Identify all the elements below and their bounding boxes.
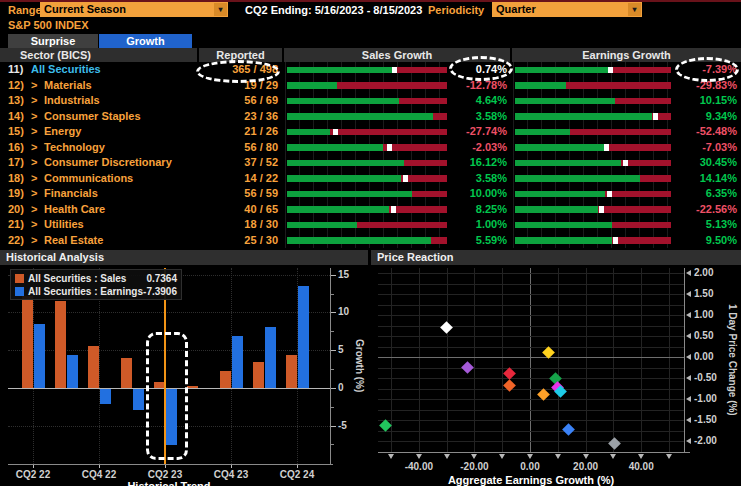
sector-row-real-estate[interactable]: 22)>Real Estate25 / 305.59%9.50%: [0, 233, 741, 249]
x-tick-icon: [499, 454, 505, 459]
expand-arrow-icon[interactable]: >: [31, 93, 43, 109]
gridline-horizontal: [378, 431, 684, 432]
sector-row-materials[interactable]: 12)>Materials19 / 29-12.78%-29.83%: [0, 78, 741, 94]
gridline-vertical: [586, 268, 587, 452]
column-header-earnings-growth[interactable]: Earnings Growth: [512, 48, 741, 62]
sales-bar-positive-segment: [287, 82, 337, 89]
sales-growth-bar: [285, 78, 449, 94]
chart-legend: All Securities : Sales0.7364All Securiti…: [10, 269, 182, 300]
gridline-vertical: [502, 268, 503, 452]
sector-row-all-securities[interactable]: 11)All Securities365 / 4980.74%-7.39%: [0, 62, 741, 78]
x-tick-icon: [638, 454, 644, 459]
bar-sales-cq1-23: [121, 358, 132, 388]
column-header-sales-growth[interactable]: Sales Growth: [284, 48, 510, 62]
y-tick-label: 1.00: [694, 310, 728, 320]
gridline-vertical: [391, 268, 392, 452]
y-tick-label: 0.00: [694, 352, 728, 362]
sales-growth-value: 8.25%: [450, 202, 507, 218]
x-tick-label: 40.00: [616, 462, 666, 472]
sector-row-energy[interactable]: 15)>Energy21 / 26-27.74%-52.48%: [0, 124, 741, 140]
sales-growth-value: 16.12%: [450, 155, 507, 171]
expand-arrow-icon[interactable]: >: [31, 171, 43, 187]
earnings-growth-value: -22.56%: [676, 202, 737, 218]
bar-earnings-cq3-22: [67, 355, 78, 387]
expand-arrow-icon[interactable]: >: [31, 140, 43, 156]
range-dropdown[interactable]: Current Season ▾: [40, 2, 228, 17]
tab-surprise[interactable]: Surprise: [8, 34, 98, 48]
periodicity-dropdown[interactable]: Quarter ▾: [492, 2, 642, 17]
sales-bar-negative-segment: [337, 82, 447, 89]
earnings-growth-value: 9.50%: [676, 233, 737, 249]
y-tick-label: 0.50: [694, 331, 728, 341]
sector-row-technology[interactable]: 16)>Technology56 / 80-2.03%-7.03%: [0, 140, 741, 156]
range-dropdown-arrow-icon[interactable]: ▾: [214, 3, 227, 16]
range-label: Range: [8, 3, 42, 17]
row-number: 17): [8, 155, 32, 171]
y-tick: [331, 426, 336, 427]
earnings-bar-marker: [613, 237, 618, 244]
zero-line-vertical: [530, 268, 531, 452]
sector-row-utilities[interactable]: 21)>Utilities18 / 301.00%5.13%: [0, 217, 741, 233]
y-tick: [331, 275, 336, 276]
sector-row-financials[interactable]: 19)>Financials56 / 5910.00%6.35%: [0, 186, 741, 202]
earnings-growth-value: 5.13%: [676, 217, 737, 233]
sector-row-communications[interactable]: 18)>Communications14 / 223.58%14.14%: [0, 171, 741, 187]
sector-row-consumer-discretionary[interactable]: 17)>Consumer Discretionary37 / 5216.12%3…: [0, 155, 741, 171]
earnings-growth-bar: [513, 140, 673, 156]
x-axis: [378, 452, 690, 453]
historical-trend-chart: 151050-5CQ2 22CQ4 22CQ2 23CQ4 23CQ2 24Hi…: [0, 265, 370, 486]
sector-name: Industrials: [44, 93, 100, 109]
sector-row-consumer-staples[interactable]: 14)>Consumer Staples23 / 363.58%9.34%: [0, 109, 741, 125]
bar-sales-cq2-24: [286, 355, 297, 388]
sales-growth-value: -27.74%: [450, 124, 507, 140]
sales-growth-value: 0.74%: [450, 62, 507, 78]
legend-label: All Securities : Sales: [28, 273, 146, 284]
bar-sales-cq3-22: [55, 301, 66, 388]
gridline-horizontal: [378, 389, 684, 390]
bar-earnings-cq1-23: [133, 389, 144, 410]
bar-sales-cq2-23: [154, 382, 165, 388]
legend-entry: All Securities : Earnings-7.3906: [15, 285, 177, 298]
reported-count: 56 / 59: [180, 186, 278, 202]
earnings-bar-marker: [607, 191, 612, 198]
expand-arrow-icon[interactable]: >: [31, 202, 43, 218]
x-tick-label: 0.00: [505, 462, 555, 472]
expand-arrow-icon[interactable]: >: [31, 109, 43, 125]
range-dropdown-value: Current Season: [44, 3, 126, 15]
reported-count: 19 / 29: [180, 78, 278, 94]
tab-growth[interactable]: Growth: [99, 34, 192, 48]
sales-bar-positive-segment: [287, 237, 431, 244]
expand-arrow-icon[interactable]: >: [31, 233, 43, 249]
expand-arrow-icon[interactable]: >: [31, 124, 43, 140]
sales-growth-value: 3.58%: [450, 171, 507, 187]
column-header-sector[interactable]: Sector (BICS): [20, 48, 91, 62]
sector-row-health-care[interactable]: 20)>Health Care40 / 658.25%-22.56%: [0, 202, 741, 218]
sector-row-industrials[interactable]: 13)>Industrials56 / 694.64%10.15%: [0, 93, 741, 109]
sales-bar-negative-segment: [412, 191, 447, 198]
expand-arrow-icon[interactable]: >: [31, 217, 43, 233]
expand-arrow-icon[interactable]: >: [31, 78, 43, 94]
expand-arrow-icon[interactable]: >: [31, 186, 43, 202]
earnings-bar-negative-segment: [604, 144, 671, 151]
column-header-reported[interactable]: Reported: [199, 48, 282, 62]
row-number: 21): [8, 217, 32, 233]
expand-arrow-icon[interactable]: >: [31, 155, 43, 171]
sector-name: Utilities: [44, 217, 84, 233]
earnings-bar-positive-segment: [515, 67, 609, 74]
x-tick-label: CQ2 24: [272, 470, 322, 480]
y-tick-label: -1.00: [694, 394, 728, 404]
sector-name: Technology: [44, 140, 105, 156]
gridline-horizontal: [378, 378, 684, 379]
y-tick-icon: [686, 333, 691, 339]
earnings-growth-bar: [513, 202, 673, 218]
reported-count: 14 / 22: [180, 171, 278, 187]
y-minor-tick: [331, 407, 334, 408]
periodicity-dropdown-arrow-icon[interactable]: ▾: [628, 3, 641, 16]
earnings-growth-value: -7.03%: [676, 140, 737, 156]
sales-growth-bar: [285, 171, 449, 187]
gridline-vertical: [447, 268, 448, 452]
gridline-horizontal: [378, 420, 684, 421]
sales-bar-negative-segment: [404, 160, 447, 167]
earnings-growth-bar: [513, 124, 673, 140]
scatter-point: [563, 423, 576, 436]
